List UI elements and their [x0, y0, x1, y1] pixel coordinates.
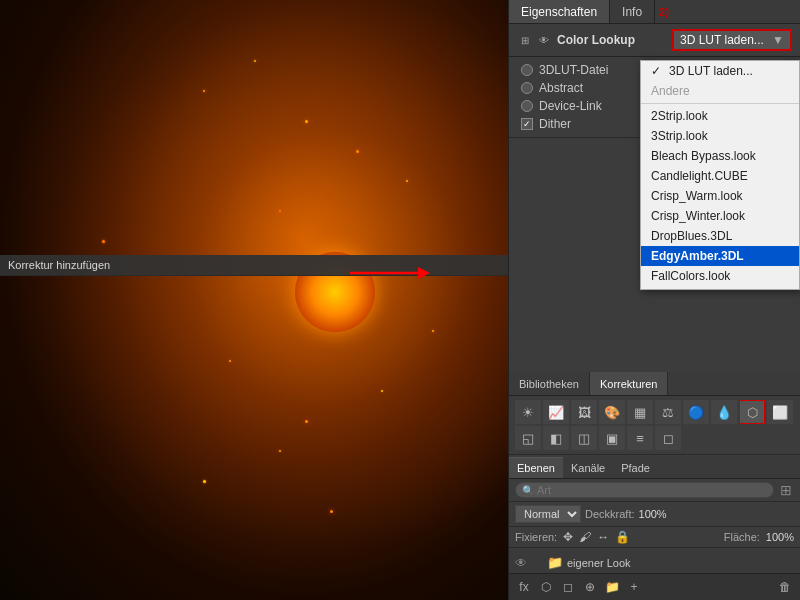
header-icons: ⊞ 👁 [517, 32, 552, 48]
dropdown-item-fallcolors[interactable]: FallColors.look [641, 266, 799, 286]
bottom-toolbar: fx ⬡ ◻ ⊕ 📁 + 🗑 [509, 573, 800, 600]
ebenen-tabs-bar: Ebenen Kanäle Pfade [509, 457, 800, 479]
chevron-down-icon: ▼ [772, 33, 784, 47]
fixieren-label: Fixieren: [515, 531, 557, 543]
layer-list: 👁 📁 eigener Look 👁 ⊞ Color Lookup 1 [509, 548, 800, 573]
adjustment-button[interactable]: ⊕ [581, 578, 599, 596]
top-tabs-bar: Eigenschaften Info 2) [509, 0, 800, 24]
gradient-map-icon[interactable]: ▣ [599, 426, 625, 450]
layer-filter-icon[interactable]: ⊞ [778, 482, 794, 498]
brightness-icon[interactable]: ☀ [515, 400, 541, 424]
dither-label: Dither [539, 117, 571, 131]
fx-button[interactable]: fx [515, 578, 533, 596]
grid-icon[interactable]: ⊞ [517, 32, 533, 48]
tab-info[interactable]: Info [610, 0, 655, 23]
list-item[interactable]: 👁 📁 eigener Look [509, 548, 800, 573]
dither-checkbox[interactable]: ✓ [521, 118, 533, 130]
dropdown-item-2strip[interactable]: 2Strip.look [641, 106, 799, 126]
photo-canvas: Korrektur hinzufügen [0, 0, 508, 600]
exposure-icon[interactable]: ◻ [655, 426, 681, 450]
balance-icon[interactable]: ⚖ [655, 400, 681, 424]
radio-abstract-circle [521, 82, 533, 94]
dropdown-item-dropblues[interactable]: DropBlues.3DL [641, 226, 799, 246]
blend-mode-select[interactable]: Normal [515, 505, 581, 523]
invert-icon[interactable]: ⬜ [767, 400, 793, 424]
flaeche-value: 100% [766, 531, 794, 543]
radio-abstract-label: Abstract [539, 81, 583, 95]
color-lookup-header: ⊞ 👁 Color Lookup 3D LUT laden... ▼ [509, 24, 800, 57]
color-icon[interactable]: 🎨 [599, 400, 625, 424]
delete-layer-button[interactable]: 🗑 [776, 578, 794, 596]
photo-background [0, 0, 508, 600]
layer-search-box[interactable]: 🔍 [515, 482, 774, 498]
tab-ebenen[interactable]: Ebenen [509, 457, 563, 478]
tab-eigenschaften[interactable]: Eigenschaften [509, 0, 610, 23]
lut-dropdown-menu[interactable]: 3D LUT laden... Andere 2Strip.look 3Stri… [640, 60, 800, 290]
tab-kanaele[interactable]: Kanäle [563, 457, 613, 478]
radio-3dlut-label: 3DLUT-Datei [539, 63, 608, 77]
dropdown-item-0[interactable]: 3D LUT laden... [641, 61, 799, 81]
fixieren-row: Fixieren: ✥ 🖌 ↔ 🔒 Fläche: 100% [509, 527, 800, 548]
group-button[interactable]: 📁 [603, 578, 621, 596]
dropdown-divider [641, 103, 799, 104]
tab-korrekturen[interactable]: Korrekturen [590, 372, 668, 395]
channel-mix-icon[interactable]: ≡ [627, 426, 653, 450]
dropdown-item-3strip[interactable]: 3Strip.look [641, 126, 799, 146]
new-layer-button[interactable]: + [625, 578, 643, 596]
dropdown-item-edgy[interactable]: EdgyAmber.3DL [641, 246, 799, 266]
radio-device-link-label: Device-Link [539, 99, 602, 113]
tab-bibliotheken[interactable]: Bibliotheken [509, 372, 590, 395]
eye-icon[interactable]: 👁 [515, 556, 529, 570]
callout-two: 2) [659, 0, 669, 23]
sparks-overlay [0, 0, 508, 600]
dropdown-item-crisp-winter[interactable]: Crisp_Winter.look [641, 206, 799, 226]
selective-icon[interactable]: ◫ [571, 426, 597, 450]
hue-icon[interactable]: 🔵 [683, 400, 709, 424]
blend-opacity-row: Normal Deckkraft: 100% [509, 502, 800, 527]
arrow-overlay [350, 265, 430, 284]
radio-device-link-circle [521, 100, 533, 112]
posterize-icon[interactable]: ◱ [515, 426, 541, 450]
icon-toolbar: ☀ 📈 🖼 🎨 ▦ ⚖ 🔵 💧 ⬡ ⬜ ◱ ◧ ◫ ▣ ≡ ◻ [509, 396, 800, 455]
red-arrow-svg [350, 265, 430, 281]
svg-marker-1 [418, 267, 430, 279]
dropdown-item-filmstock[interactable]: filmstock_50.3dl [641, 286, 799, 290]
search-icon: 🔍 [522, 485, 534, 496]
dropdown-item-andere: Andere [641, 81, 799, 101]
add-style-button[interactable]: ⬡ [537, 578, 555, 596]
dropdown-item-crisp-warm[interactable]: Crisp_Warm.look [641, 186, 799, 206]
color-lookup-label: Color Lookup [557, 33, 667, 47]
radio-3dlut-circle [521, 64, 533, 76]
korrektur-label: Korrektur hinzufügen [8, 259, 110, 271]
biblio-tabs-bar: Bibliotheken Korrekturen [509, 372, 800, 396]
photo-icon[interactable]: 🖼 [571, 400, 597, 424]
eye-toggle-icon[interactable]: 👁 [536, 32, 552, 48]
dropdown-item-candlelight[interactable]: Candlelight.CUBE [641, 166, 799, 186]
mask-button[interactable]: ◻ [559, 578, 577, 596]
right-panel: Eigenschaften Info 2) ⊞ 👁 Color Lookup 3… [508, 0, 800, 600]
lookup-icon[interactable]: ⬡ [739, 400, 765, 424]
fix-move-icon[interactable]: ✥ [563, 530, 573, 544]
fix-transform-icon[interactable]: ↔ [597, 530, 609, 544]
tab-pfade[interactable]: Pfade [613, 457, 658, 478]
fix-lock-icon[interactable]: 🔒 [615, 530, 630, 544]
saturation-icon[interactable]: 💧 [711, 400, 737, 424]
layer-name: eigener Look [567, 557, 794, 569]
opacity-value: 100% [639, 508, 667, 520]
threshold-icon[interactable]: ◧ [543, 426, 569, 450]
opacity-label: Deckkraft: [585, 508, 635, 520]
lut-dropdown-container: 3D LUT laden... ▼ [672, 29, 792, 51]
fix-brush-icon[interactable]: 🖌 [579, 530, 591, 544]
layer-search-input[interactable] [537, 484, 767, 496]
layer-controls-row: 🔍 ⊞ [509, 479, 800, 502]
lut-dropdown-button[interactable]: 3D LUT laden... ▼ [672, 29, 792, 51]
korrektur-bar: Korrektur hinzufügen [0, 255, 508, 276]
levels-icon[interactable]: ▦ [627, 400, 653, 424]
curves-icon[interactable]: 📈 [543, 400, 569, 424]
folder-icon: 📁 [547, 555, 563, 570]
lut-dropdown-value: 3D LUT laden... [680, 33, 764, 47]
flaeche-label: Fläche: [724, 531, 760, 543]
dropdown-item-bleach[interactable]: Bleach Bypass.look [641, 146, 799, 166]
